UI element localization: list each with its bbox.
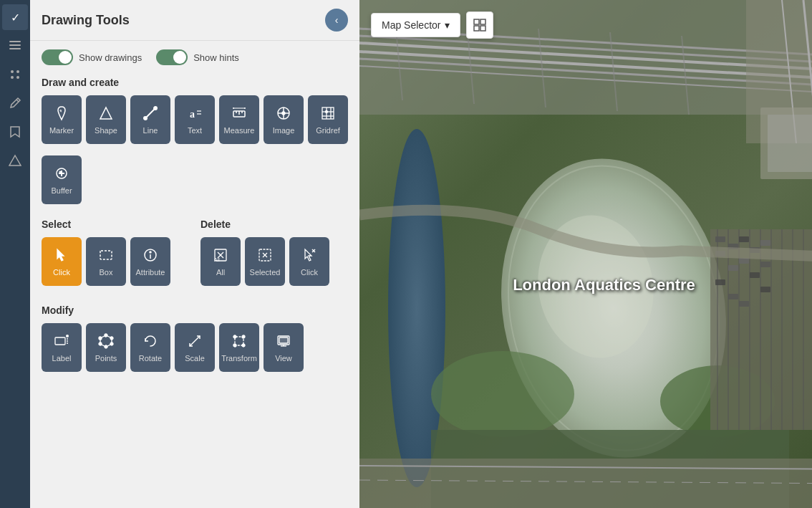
svg-rect-124: [480, 19, 485, 24]
svg-point-63: [242, 335, 245, 338]
svg-line-95: [359, 466, 812, 469]
line-button[interactable]: Line: [130, 95, 170, 144]
show-drawings-toggle[interactable]: [42, 49, 73, 65]
attribute-icon: [142, 247, 158, 265]
svg-rect-70: [359, 0, 812, 508]
modify-label-icon: [54, 333, 69, 351]
map-grid-button[interactable]: [466, 11, 493, 39]
sidebar-item-bookmark[interactable]: [2, 119, 28, 145]
modify-label-button[interactable]: Label: [42, 323, 82, 372]
transform-icon: [231, 333, 247, 351]
collapse-button[interactable]: ‹: [325, 9, 348, 32]
svg-rect-119: [760, 262, 770, 267]
sidebar-item-dots[interactable]: [2, 62, 28, 87]
svg-rect-13: [197, 113, 201, 115]
svg-rect-122: [768, 115, 812, 172]
rotate-label: Rotate: [139, 354, 162, 363]
svg-rect-113: [739, 236, 749, 242]
svg-rect-110: [728, 244, 738, 249]
image-button[interactable]: Image: [264, 95, 304, 144]
svg-rect-69: [279, 337, 288, 343]
measure-button[interactable]: Measure: [219, 95, 259, 144]
svg-line-75: [359, 52, 812, 80]
svg-rect-116: [750, 247, 760, 253]
select-box-icon: [98, 247, 114, 265]
svg-rect-108: [715, 251, 725, 257]
delete-all-button[interactable]: All All: [200, 237, 241, 286]
view-icon: [276, 333, 291, 351]
delete-click-icon: [301, 247, 317, 265]
modify-rotate-button[interactable]: Rotate: [130, 323, 170, 372]
modify-points-button[interactable]: Points: [86, 323, 126, 372]
delete-selected-label: Selected: [250, 268, 281, 277]
show-hints-label: Show hints: [193, 52, 239, 63]
svg-line-76: [359, 59, 812, 87]
draw-create-header: Draw and create: [42, 77, 348, 88]
svg-line-80: [538, 29, 546, 107]
svg-rect-97: [710, 229, 812, 430]
image-label: Image: [273, 126, 295, 135]
map-selector-button[interactable]: Map Selector ▾: [371, 13, 460, 37]
svg-rect-35: [100, 251, 112, 259]
svg-point-10: [154, 107, 157, 110]
gridref-button[interactable]: Gridref: [308, 95, 348, 144]
gridref-label: Gridref: [316, 126, 340, 135]
svg-rect-1: [9, 44, 21, 46]
svg-line-77: [359, 66, 812, 95]
scale-icon: [187, 333, 203, 351]
modify-scale-button[interactable]: Scale: [175, 323, 215, 372]
marker-label: Marker: [49, 126, 74, 135]
select-box-label: Box: [100, 268, 113, 277]
svg-rect-93: [431, 430, 789, 508]
delete-grid: All All Selected: [200, 237, 348, 286]
sidebar-item-check[interactable]: ✓: [2, 4, 28, 30]
rotate-icon: [142, 333, 158, 351]
svg-line-60: [190, 336, 200, 346]
delete-selected-button[interactable]: Selected: [245, 237, 285, 286]
select-click-button[interactable]: Click: [42, 237, 82, 286]
shape-button[interactable]: Shape: [86, 95, 126, 144]
svg-point-56: [110, 342, 113, 345]
select-grid: Click Box: [42, 237, 189, 286]
svg-point-52: [66, 335, 69, 337]
text-label: Text: [188, 126, 202, 135]
panel-body: Show drawings Show hints Draw and create…: [30, 41, 359, 392]
select-click-label: Click: [53, 268, 70, 277]
text-button[interactable]: a Text: [175, 95, 215, 144]
delete-selected-icon: [257, 247, 273, 265]
svg-rect-83: [746, 0, 812, 143]
svg-rect-117: [750, 272, 760, 278]
select-box-button[interactable]: Box: [86, 237, 126, 286]
toggles-row: Show drawings Show hints: [42, 49, 348, 65]
sidebar-item-layers[interactable]: [2, 33, 28, 59]
svg-rect-2: [9, 48, 21, 49]
svg-point-62: [233, 335, 236, 338]
sidebar-item-ruler[interactable]: [2, 148, 28, 173]
modify-points-label: Points: [95, 354, 117, 363]
svg-rect-114: [739, 258, 749, 264]
svg-point-3: [11, 70, 14, 73]
svg-point-38: [150, 251, 151, 253]
select-attribute-button[interactable]: Attribute: [130, 237, 170, 286]
delete-click-button[interactable]: Click: [289, 237, 329, 286]
svg-rect-120: [760, 287, 770, 292]
modify-transform-button[interactable]: Transform: [219, 323, 259, 372]
svg-point-59: [99, 337, 102, 340]
delete-header: Delete: [200, 219, 348, 230]
svg-rect-48: [55, 337, 65, 345]
buffer-button[interactable]: Buffer: [42, 155, 82, 204]
buffer-grid: Buffer: [42, 155, 348, 204]
map-background[interactable]: London Aquatics Centre Map Selector ▾: [359, 0, 812, 508]
map-selector-arrow: ▾: [445, 19, 450, 31]
modify-view-button[interactable]: View: [264, 323, 304, 372]
svg-point-92: [660, 365, 775, 437]
draw-create-grid: Marker Shape: [42, 95, 348, 144]
shape-icon: [98, 105, 114, 123]
show-hints-toggle[interactable]: [156, 49, 188, 65]
svg-point-5: [11, 76, 14, 79]
marker-button[interactable]: Marker: [42, 95, 82, 144]
show-drawings-toggle-group: Show drawings: [42, 49, 142, 65]
svg-rect-12: [197, 110, 201, 112]
svg-point-91: [431, 351, 574, 437]
sidebar-item-edit[interactable]: [2, 90, 28, 116]
